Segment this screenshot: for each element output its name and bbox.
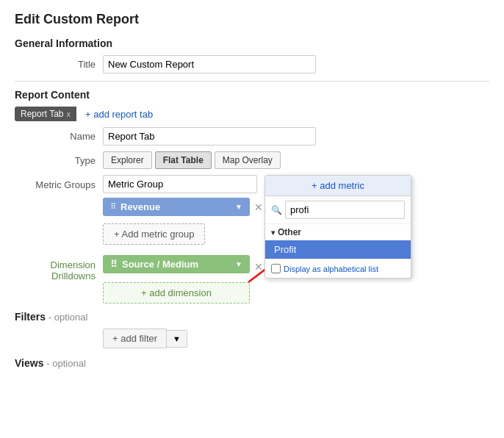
revenue-pill[interactable]: ⠿ Revenue ▼ bbox=[103, 198, 250, 216]
report-content-title: Report Content bbox=[15, 89, 489, 101]
metric-dropdown: + add metric 🔍 ▾ Other Profit Display as… bbox=[264, 175, 411, 279]
add-metric-header[interactable]: + add metric bbox=[265, 176, 411, 196]
dropdown-footer: Display as alphabetical list bbox=[265, 259, 411, 278]
source-medium-remove-btn[interactable]: ✕ bbox=[253, 261, 264, 273]
dim-arrow-down-icon[interactable]: ▼ bbox=[235, 260, 242, 268]
type-map-overlay-btn[interactable]: Map Overlay bbox=[215, 151, 281, 169]
source-medium-pill[interactable]: ⠿ Source / Medium ▼ bbox=[103, 255, 250, 273]
general-information-title: General Information bbox=[15, 37, 489, 49]
metric-group-name-input[interactable] bbox=[103, 175, 257, 193]
add-dimension-btn[interactable]: + add dimension bbox=[103, 282, 250, 304]
dropdown-group-other: ▾ Other bbox=[265, 224, 411, 240]
page-title: Edit Custom Report bbox=[15, 12, 489, 27]
report-tab-label: Report Tab bbox=[21, 109, 63, 119]
revenue-pill-label: Revenue bbox=[120, 201, 160, 212]
report-tab-pill[interactable]: Report Tab x bbox=[15, 107, 76, 121]
add-report-tab-link[interactable]: + add report tab bbox=[85, 109, 153, 120]
add-metric-group-btn[interactable]: + Add metric group bbox=[103, 223, 205, 245]
title-label: Title bbox=[15, 59, 103, 70]
metric-groups-content: ⠿ Revenue ▼ ✕ + add metric 🔍 ▾ Other Pro… bbox=[103, 175, 489, 251]
views-title: Views - optional bbox=[15, 357, 489, 369]
report-tab-close[interactable]: x bbox=[66, 110, 71, 118]
drag-icon: ⠿ bbox=[110, 202, 116, 212]
alphabetical-label[interactable]: Display as alphabetical list bbox=[284, 265, 378, 273]
type-flat-table-btn[interactable]: Flat Table bbox=[155, 151, 212, 169]
metric-search-input[interactable] bbox=[285, 201, 405, 219]
revenue-remove-btn[interactable]: ✕ bbox=[253, 201, 264, 213]
name-label: Name bbox=[15, 131, 103, 142]
name-input[interactable] bbox=[103, 127, 316, 146]
title-input[interactable] bbox=[103, 55, 316, 73]
group-other-label: Other bbox=[278, 227, 301, 237]
source-medium-label: Source / Medium bbox=[122, 259, 198, 270]
type-label: Type bbox=[15, 155, 103, 166]
type-button-group: Explorer Flat Table Map Overlay bbox=[103, 151, 281, 169]
group-arrow-icon: ▾ bbox=[271, 229, 275, 237]
dim-drag-icon: ⠿ bbox=[110, 259, 118, 270]
dimension-drilldowns-label: Dimension Drilldowns bbox=[15, 255, 103, 281]
type-explorer-btn[interactable]: Explorer bbox=[103, 151, 152, 169]
alphabetical-checkbox[interactable] bbox=[271, 264, 281, 273]
dropdown-item-profit[interactable]: Profit bbox=[265, 240, 411, 259]
add-filter-btn[interactable]: + add filter bbox=[103, 328, 167, 348]
revenue-arrow-down-icon[interactable]: ▼ bbox=[235, 203, 242, 211]
search-icon: 🔍 bbox=[271, 205, 282, 215]
filters-title: Filters - optional bbox=[15, 311, 489, 323]
metric-groups-label: Metric Groups bbox=[15, 175, 103, 190]
add-filter-dropdown-btn[interactable]: ▼ bbox=[167, 330, 187, 348]
